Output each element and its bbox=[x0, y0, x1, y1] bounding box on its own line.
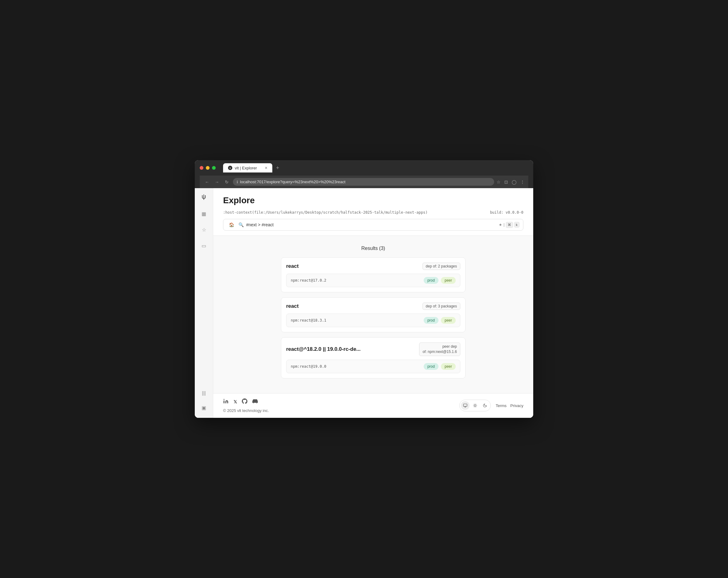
results-title: Results (3) bbox=[223, 246, 523, 251]
dep-badge-line2: of: npm:next@15.1.6 bbox=[422, 349, 457, 355]
dep-badge-line1: peer dep bbox=[422, 344, 457, 349]
result-card[interactable]: react dep of: 2 packages npm:react@17.0.… bbox=[281, 257, 466, 293]
package-id: npm:react@18.3.1 bbox=[291, 318, 327, 323]
theme-light-button[interactable] bbox=[471, 401, 479, 410]
refresh-button[interactable]: ↻ bbox=[223, 178, 231, 186]
address-bar-row: ← → ↻ ℹ localhost:7017/explore?query=%23… bbox=[200, 175, 528, 188]
browser-window: ● vlt | Explorer × + ← → ↻ ℹ localhost:7… bbox=[195, 160, 533, 418]
sidebar-item-starred[interactable]: ☆ bbox=[199, 225, 209, 235]
card-header: react dep of: 2 packages bbox=[286, 263, 460, 270]
shortcut-k-key: k bbox=[514, 222, 520, 227]
menu-icon[interactable]: ⋮ bbox=[520, 180, 525, 185]
sidebar-item-folder[interactable]: ▭ bbox=[199, 241, 209, 251]
page-header: Explore :host-context(file:/Users/lukeka… bbox=[213, 188, 533, 236]
tab-favicon: ● bbox=[228, 166, 232, 170]
card-header: react@^18.2.0 || 19.0.0-rc-de... peer de… bbox=[286, 342, 460, 356]
sidebar-item-panel[interactable]: ▣ bbox=[199, 403, 209, 413]
result-card[interactable]: react@^18.2.0 || 19.0.0-rc-de... peer de… bbox=[281, 337, 466, 379]
theme-monitor-button[interactable] bbox=[461, 401, 470, 410]
profile-icon[interactable]: ◯ bbox=[512, 180, 517, 185]
shortcut-cmd-key: ⌘ bbox=[506, 222, 513, 228]
bookmark-icon[interactable]: ☆ bbox=[497, 180, 501, 185]
package-name: react bbox=[286, 263, 299, 269]
card-detail: npm:react@19.0.0 prod peer bbox=[286, 360, 460, 373]
tab-title: vlt | Explorer bbox=[235, 166, 257, 170]
page-title: Explore bbox=[223, 196, 523, 205]
card-detail: npm:react@18.3.1 prod peer bbox=[286, 313, 460, 327]
tag-list: prod peer bbox=[424, 363, 456, 370]
card-header: react dep of: 3 packages bbox=[286, 303, 460, 310]
tag-peer: peer bbox=[441, 277, 456, 284]
search-icon: 🔍 bbox=[238, 222, 244, 227]
dep-badge: dep of: 3 packages bbox=[422, 303, 460, 310]
address-lock-icon: ℹ bbox=[237, 180, 238, 184]
back-button[interactable]: ← bbox=[203, 178, 211, 186]
context-bar: :host-context(file:/Users/lukekarrys/Des… bbox=[223, 210, 523, 215]
card-detail: npm:react@17.0.2 prod peer bbox=[286, 274, 460, 287]
privacy-link[interactable]: Privacy bbox=[510, 403, 523, 408]
footer-social: 𝕏 bbox=[223, 398, 269, 405]
svg-point-0 bbox=[224, 399, 225, 400]
linkedin-icon[interactable] bbox=[223, 398, 229, 405]
main-content: Explore :host-context(file:/Users/lukeka… bbox=[213, 188, 533, 418]
toolbar-icons: ☆ ⊡ ◯ ⋮ bbox=[497, 180, 525, 185]
dep-badge: dep of: 2 packages bbox=[422, 263, 460, 270]
forward-button[interactable]: → bbox=[213, 178, 220, 186]
tag-prod: prod bbox=[424, 317, 439, 324]
favorite-icon[interactable]: ★ bbox=[499, 223, 502, 227]
vlt-logo-icon[interactable]: ψ bbox=[202, 193, 206, 200]
sidebar: ψ ▦ ☆ ▭ ||| ▣ bbox=[195, 188, 213, 418]
sidebar-item-grid[interactable]: ▦ bbox=[199, 209, 209, 219]
svg-rect-1 bbox=[463, 404, 467, 407]
shortcut-separator: | bbox=[503, 223, 504, 227]
traffic-light-minimize[interactable] bbox=[206, 166, 210, 170]
sidebar-bottom: ||| ▣ bbox=[199, 388, 209, 413]
tab-close-button[interactable]: × bbox=[265, 165, 267, 170]
traffic-light-close[interactable] bbox=[200, 166, 203, 170]
theme-dark-button[interactable] bbox=[480, 401, 489, 410]
discord-icon[interactable] bbox=[252, 398, 258, 405]
browser-controls: ● vlt | Explorer × + bbox=[200, 163, 528, 172]
tag-list: prod peer bbox=[424, 317, 456, 324]
svg-line-7 bbox=[473, 404, 474, 405]
active-tab[interactable]: ● vlt | Explorer × bbox=[223, 163, 272, 172]
search-shortcuts: ★ | ⌘ k bbox=[499, 222, 519, 228]
tag-prod: prod bbox=[424, 363, 439, 370]
build-version: build: v0.0.0-0 bbox=[490, 210, 523, 215]
github-icon[interactable] bbox=[242, 398, 248, 405]
footer-links: Terms Privacy bbox=[496, 403, 523, 408]
footer-right: Terms Privacy bbox=[459, 400, 523, 411]
extensions-icon[interactable]: ⊡ bbox=[504, 180, 508, 185]
url-display: localhost:7017/explore?query=%23next%20>… bbox=[240, 180, 345, 184]
result-card[interactable]: react dep of: 3 packages npm:react@18.3.… bbox=[281, 297, 466, 332]
package-id: npm:react@19.0.0 bbox=[291, 364, 327, 368]
theme-switcher bbox=[459, 400, 491, 411]
search-bar[interactable]: 🏠 🔍 #next > #react ★ | ⌘ k bbox=[223, 219, 523, 230]
terms-link[interactable]: Terms bbox=[496, 403, 506, 408]
traffic-light-fullscreen[interactable] bbox=[212, 166, 216, 170]
svg-line-12 bbox=[476, 404, 477, 405]
tab-bar: ● vlt | Explorer × + bbox=[223, 163, 282, 172]
address-field[interactable]: ℹ localhost:7017/explore?query=%23next%2… bbox=[233, 178, 494, 186]
svg-point-4 bbox=[474, 405, 476, 407]
package-name: react bbox=[286, 303, 299, 309]
app-layout: ψ ▦ ☆ ▭ ||| ▣ Explore :host-context(file… bbox=[195, 188, 533, 418]
twitter-x-icon[interactable]: 𝕏 bbox=[234, 400, 237, 404]
tag-prod: prod bbox=[424, 277, 439, 284]
footer-copyright: © 2025 vlt technology inc. bbox=[223, 408, 269, 413]
sidebar-item-analytics[interactable]: ||| bbox=[199, 388, 209, 398]
results-area: Results (3) react dep of: 2 packages npm… bbox=[213, 236, 533, 393]
svg-line-11 bbox=[473, 407, 474, 407]
search-query-display[interactable]: #next > #react bbox=[246, 222, 496, 227]
search-home-button[interactable]: 🏠 bbox=[227, 222, 236, 228]
dep-badge: peer dep of: npm:next@15.1.6 bbox=[419, 342, 460, 356]
new-tab-button[interactable]: + bbox=[274, 164, 282, 172]
tag-peer: peer bbox=[441, 317, 456, 324]
tag-peer: peer bbox=[441, 363, 456, 370]
package-name: react@^18.2.0 || 19.0.0-rc-de... bbox=[286, 346, 361, 352]
context-path: :host-context(file:/Users/lukekarrys/Des… bbox=[223, 210, 428, 215]
package-id: npm:react@17.0.2 bbox=[291, 278, 327, 282]
tag-list: prod peer bbox=[424, 277, 456, 284]
svg-line-8 bbox=[476, 407, 477, 407]
browser-chrome: ● vlt | Explorer × + ← → ↻ ℹ localhost:7… bbox=[195, 160, 533, 188]
